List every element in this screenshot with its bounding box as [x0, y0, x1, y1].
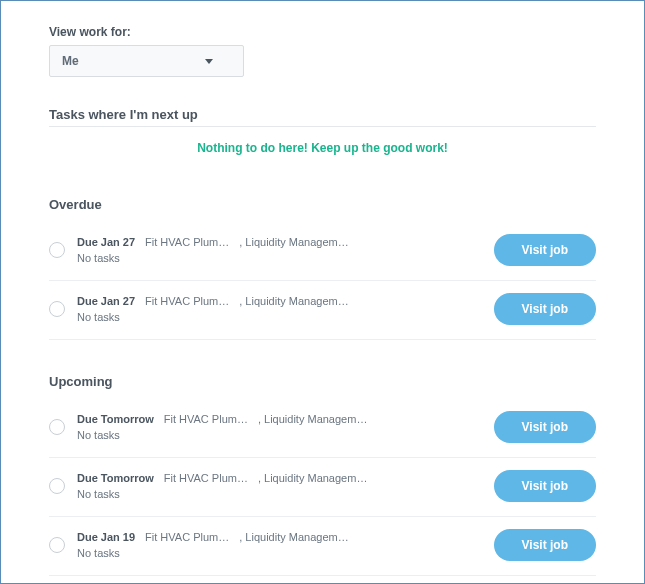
task-text: Due Jan 27 Fit HVAC Plum… , Liquidity Ma…: [77, 295, 482, 323]
task-job: Fit HVAC Plum…: [145, 531, 229, 543]
visit-job-button[interactable]: Visit job: [494, 529, 596, 561]
visit-job-button[interactable]: Visit job: [494, 234, 596, 266]
task-status: No tasks: [77, 252, 482, 264]
task-due: Due Jan 27: [77, 236, 135, 248]
select-value: Me: [62, 54, 79, 68]
chevron-down-icon: [205, 59, 213, 64]
next-up-section: Tasks where I'm next up Nothing to do he…: [49, 107, 596, 155]
task-status: No tasks: [77, 488, 482, 500]
task-radio[interactable]: [49, 419, 65, 435]
overdue-title: Overdue: [49, 197, 596, 212]
task-due: Due Tomorrow: [77, 472, 154, 484]
task-row: Due Tomorrow Fit HVAC Plum… , Liquidity …: [49, 399, 596, 458]
task-client: , Liquidity Managem…: [239, 531, 348, 543]
task-status: No tasks: [77, 429, 482, 441]
task-row: Due Jan 19 Fit HVAC Plum… , Liquidity Ma…: [49, 517, 596, 576]
filter-label: View work for:: [49, 25, 596, 39]
task-due: Due Jan 19: [77, 531, 135, 543]
task-job: Fit HVAC Plum…: [164, 472, 248, 484]
task-due: Due Jan 27: [77, 295, 135, 307]
task-radio[interactable]: [49, 301, 65, 317]
upcoming-section: Upcoming Due Tomorrow Fit HVAC Plum… , L…: [49, 374, 596, 576]
task-status: No tasks: [77, 311, 482, 323]
visit-job-button[interactable]: Visit job: [494, 470, 596, 502]
task-text: Due Jan 27 Fit HVAC Plum… , Liquidity Ma…: [77, 236, 482, 264]
task-client: , Liquidity Managem…: [239, 295, 348, 307]
task-radio[interactable]: [49, 537, 65, 553]
next-up-title: Tasks where I'm next up: [49, 107, 596, 122]
task-text: Due Tomorrow Fit HVAC Plum… , Liquidity …: [77, 413, 482, 441]
task-job: Fit HVAC Plum…: [145, 236, 229, 248]
task-status: No tasks: [77, 547, 482, 559]
task-job: Fit HVAC Plum…: [145, 295, 229, 307]
divider: [49, 126, 596, 127]
task-text: Due Tomorrow Fit HVAC Plum… , Liquidity …: [77, 472, 482, 500]
task-radio[interactable]: [49, 478, 65, 494]
task-client: , Liquidity Managem…: [258, 413, 367, 425]
task-client: , Liquidity Managem…: [239, 236, 348, 248]
task-due: Due Tomorrow: [77, 413, 154, 425]
next-up-empty-message: Nothing to do here! Keep up the good wor…: [49, 141, 596, 155]
visit-job-button[interactable]: Visit job: [494, 293, 596, 325]
upcoming-title: Upcoming: [49, 374, 596, 389]
task-text: Due Jan 19 Fit HVAC Plum… , Liquidity Ma…: [77, 531, 482, 559]
overdue-section: Overdue Due Jan 27 Fit HVAC Plum… , Liqu…: [49, 197, 596, 340]
task-job: Fit HVAC Plum…: [164, 413, 248, 425]
view-work-select[interactable]: Me: [49, 45, 244, 77]
task-row: Due Tomorrow Fit HVAC Plum… , Liquidity …: [49, 458, 596, 517]
task-row: Due Jan 27 Fit HVAC Plum… , Liquidity Ma…: [49, 222, 596, 281]
task-row: Due Jan 27 Fit HVAC Plum… , Liquidity Ma…: [49, 281, 596, 340]
visit-job-button[interactable]: Visit job: [494, 411, 596, 443]
task-client: , Liquidity Managem…: [258, 472, 367, 484]
task-radio[interactable]: [49, 242, 65, 258]
